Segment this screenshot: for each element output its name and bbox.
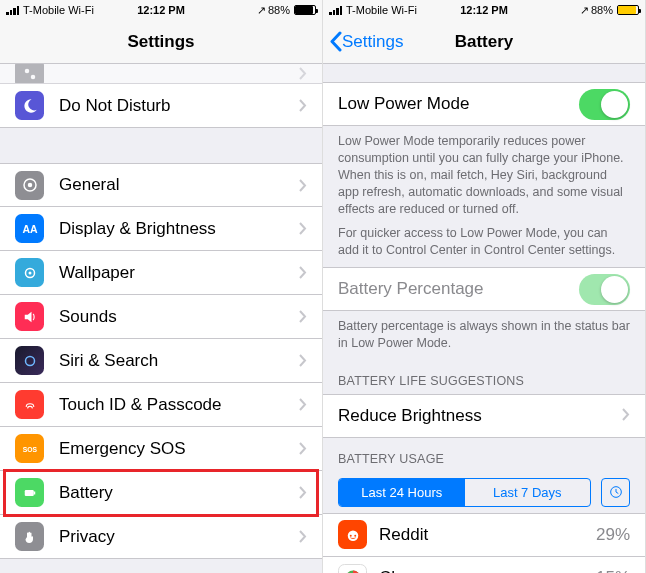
speaker-icon (15, 302, 44, 331)
segment-24h[interactable]: Last 24 Hours (339, 479, 465, 506)
svg-point-0 (24, 68, 29, 73)
low-power-mode-switch[interactable] (579, 89, 630, 120)
settings-row-touchid[interactable]: Touch ID & Passcode (0, 383, 322, 427)
chevron-left-icon (329, 31, 342, 52)
chevron-right-icon (299, 442, 307, 455)
reduce-brightness-row[interactable]: Reduce Brightness (323, 394, 645, 438)
usage-period-segmented[interactable]: Last 24 Hours Last 7 Days (338, 478, 591, 507)
battery-pane: T-Mobile Wi-Fi 12:12 PM ↗ 88% Settings B… (323, 0, 646, 573)
nav-bar: Settings (0, 20, 322, 64)
row-label: Siri & Search (59, 351, 299, 371)
location-arrow-icon: ↗ (257, 4, 266, 17)
chevron-right-icon (299, 354, 307, 367)
chevron-right-icon (299, 222, 307, 235)
signal-icon (329, 6, 342, 15)
usage-row-chrome[interactable]: Chrome 15% (323, 557, 645, 573)
reddit-icon (338, 520, 367, 549)
row-label: Reduce Brightness (338, 406, 622, 426)
settings-row-control-center[interactable] (0, 64, 322, 84)
back-button[interactable]: Settings (323, 31, 403, 52)
app-label: Reddit (379, 525, 596, 545)
chevron-right-icon (299, 486, 307, 499)
clock: 12:12 PM (137, 4, 185, 16)
row-label: Privacy (59, 527, 299, 547)
battery-icon (617, 5, 639, 15)
settings-row-dnd[interactable]: Do Not Disturb (0, 84, 322, 128)
svg-rect-9 (24, 490, 33, 496)
svg-text:AA: AA (22, 222, 38, 234)
back-label: Settings (342, 32, 403, 52)
battery-percent: 88% (591, 4, 613, 16)
svg-point-7 (25, 356, 34, 365)
row-label: Battery (59, 483, 299, 503)
clock-icon (608, 484, 624, 500)
nav-bar: Settings Battery (323, 20, 645, 64)
page-title: Battery (455, 32, 514, 52)
settings-pane: T-Mobile Wi-Fi 12:12 PM ↗ 88% Settings D… (0, 0, 323, 573)
row-label: Battery Percentage (338, 279, 579, 299)
settings-row-wallpaper[interactable]: Wallpaper (0, 251, 322, 295)
battery-icon (294, 5, 316, 15)
battery-percentage-row: Battery Percentage (323, 267, 645, 311)
settings-row-sounds[interactable]: Sounds (0, 295, 322, 339)
usage-percent: 29% (596, 525, 630, 545)
chevron-right-icon (299, 99, 307, 112)
gear-icon (15, 171, 44, 200)
app-label: Chrome (379, 568, 596, 573)
wallpaper-icon (15, 258, 44, 287)
chevron-right-icon (299, 67, 307, 80)
battery-percent: 88% (268, 4, 290, 16)
segment-7d[interactable]: Last 7 Days (465, 479, 591, 506)
usage-row-reddit[interactable]: Reddit 29% (323, 513, 645, 557)
settings-row-privacy[interactable]: Privacy (0, 515, 322, 559)
battery-percentage-switch[interactable] (579, 274, 630, 305)
clock: 12:12 PM (460, 4, 508, 16)
svg-point-3 (27, 183, 32, 188)
battery-percentage-footer: Battery percentage is always shown in th… (323, 311, 645, 360)
signal-icon (6, 6, 19, 15)
battery-icon (15, 478, 44, 507)
hand-icon (15, 522, 44, 551)
row-label: Touch ID & Passcode (59, 395, 299, 415)
svg-point-13 (349, 535, 351, 537)
display-icon: AA (15, 214, 44, 243)
settings-row-display[interactable]: AA Display & Brightness (0, 207, 322, 251)
fingerprint-icon (15, 390, 44, 419)
sos-icon: SOS (15, 434, 44, 463)
svg-rect-10 (33, 491, 35, 494)
chevron-right-icon (299, 179, 307, 192)
svg-point-6 (28, 271, 31, 274)
moon-icon (15, 91, 44, 120)
svg-point-14 (354, 535, 356, 537)
row-label: Wallpaper (59, 263, 299, 283)
location-arrow-icon: ↗ (580, 4, 589, 17)
low-power-footer-2: For quicker access to Low Power Mode, yo… (323, 225, 645, 267)
chevron-right-icon (622, 407, 630, 425)
page-title: Settings (127, 32, 194, 52)
chevron-right-icon (299, 310, 307, 323)
control-center-icon (21, 65, 39, 83)
clock-button[interactable] (601, 478, 630, 507)
svg-point-12 (347, 530, 358, 541)
siri-icon (15, 346, 44, 375)
chevron-right-icon (299, 266, 307, 279)
low-power-footer-1: Low Power Mode temporarily reduces power… (323, 126, 645, 225)
carrier-label: T-Mobile Wi-Fi (23, 4, 94, 16)
settings-row-battery[interactable]: Battery (0, 471, 322, 515)
row-label: Emergency SOS (59, 439, 299, 459)
carrier-label: T-Mobile Wi-Fi (346, 4, 417, 16)
row-label: General (59, 175, 299, 195)
settings-row-general[interactable]: General (0, 163, 322, 207)
row-label: Sounds (59, 307, 299, 327)
status-bar: T-Mobile Wi-Fi 12:12 PM ↗ 88% (0, 0, 322, 20)
status-bar: T-Mobile Wi-Fi 12:12 PM ↗ 88% (323, 0, 645, 20)
row-label: Do Not Disturb (59, 96, 299, 116)
settings-row-siri[interactable]: Siri & Search (0, 339, 322, 383)
svg-text:SOS: SOS (22, 446, 37, 453)
chevron-right-icon (299, 530, 307, 543)
usage-percent: 15% (596, 568, 630, 573)
row-label: Low Power Mode (338, 94, 579, 114)
chrome-icon (338, 564, 367, 573)
usage-header: BATTERY USAGE (323, 438, 645, 472)
settings-row-sos[interactable]: SOS Emergency SOS (0, 427, 322, 471)
